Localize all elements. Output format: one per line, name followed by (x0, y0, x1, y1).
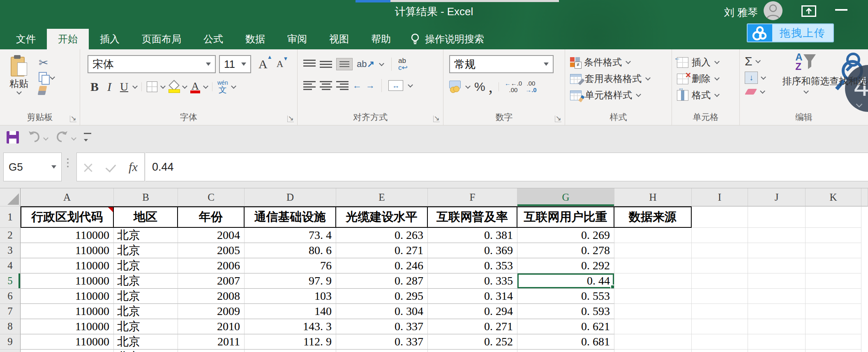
cell-I3[interactable] (692, 243, 748, 258)
cell-F9[interactable]: 0. 252 (428, 334, 517, 350)
cell-J8[interactable] (748, 319, 806, 334)
cell-F2[interactable]: 0. 381 (428, 228, 517, 243)
tab-review[interactable]: 审阅 (276, 29, 318, 49)
cell-D9[interactable]: 112. 9 (245, 334, 336, 350)
minimize-button[interactable] (835, 9, 847, 11)
font-dialog-launcher[interactable]: ↘ (287, 116, 294, 122)
cell-I5[interactable] (692, 273, 748, 289)
number-dialog-launcher[interactable]: ↘ (555, 116, 561, 122)
cell-G7[interactable]: 0. 593 (517, 304, 614, 319)
phonetic-guide-button[interactable]: wén 文 (217, 80, 228, 94)
cell-A5[interactable]: 110000 (21, 273, 114, 289)
cell-G5[interactable]: 0. 44 (517, 273, 614, 289)
avatar[interactable] (764, 1, 783, 20)
cell-E2[interactable]: 0. 263 (336, 228, 428, 243)
column-header-D[interactable]: D (245, 188, 336, 206)
row-header-9[interactable]: 9 (0, 334, 21, 350)
header-cell-A1[interactable]: 行政区划代码 (21, 206, 114, 228)
header-cell-E1[interactable]: 光缆建设水平 (336, 206, 428, 228)
wrap-text-button[interactable]: ab c↩ (398, 57, 408, 71)
cell-F5[interactable]: 0. 335 (428, 273, 517, 289)
cell-F10[interactable]: 0. 228 (428, 350, 517, 352)
redo-button[interactable] (55, 130, 69, 143)
cell-J6[interactable] (748, 289, 806, 304)
borders-button[interactable] (147, 81, 157, 92)
redo-dropdown-icon[interactable] (71, 135, 76, 141)
underline-button[interactable]: U (117, 80, 131, 93)
column-header-B[interactable]: B (114, 188, 178, 206)
autosum-button[interactable]: Σ (745, 54, 766, 68)
cell-D10[interactable]: 111. 5 (245, 350, 336, 352)
cell-A3[interactable]: 110000 (21, 243, 114, 258)
cell-K9[interactable] (806, 334, 861, 350)
cell-C8[interactable]: 2010 (178, 319, 245, 334)
decrease-indent-button[interactable]: ← (353, 80, 362, 91)
cell-F3[interactable]: 0. 369 (428, 243, 517, 258)
header-cell-C1[interactable]: 年份 (178, 206, 245, 228)
borders-dropdown-icon[interactable] (160, 83, 166, 89)
cell-J9[interactable] (748, 334, 806, 350)
paste-button[interactable]: 粘贴 (6, 55, 32, 95)
align-middle-button[interactable] (320, 59, 332, 69)
cell-C10[interactable]: 2012 (178, 350, 245, 352)
cell-H9[interactable] (614, 334, 692, 350)
align-right-button[interactable] (336, 80, 349, 91)
cell-B7[interactable]: 北京 (114, 304, 178, 319)
column-header-F[interactable]: F (428, 188, 517, 206)
row-header-5[interactable]: 5 (0, 273, 21, 289)
row-header-3[interactable]: 3 (0, 243, 21, 258)
cell-D8[interactable]: 143. 3 (245, 319, 336, 334)
font-size-combo[interactable]: 11 (219, 55, 251, 73)
cell-G9[interactable]: 0. 681 (517, 334, 614, 350)
cell-J10[interactable] (748, 350, 806, 352)
fill-button[interactable]: ↓ (745, 72, 766, 84)
cell-H4[interactable] (614, 258, 692, 273)
ribbon-display-options-icon[interactable] (801, 5, 816, 17)
accounting-format-button[interactable] (449, 81, 462, 93)
header-cell-D1[interactable]: 通信基础设施 (245, 206, 336, 228)
formula-bar-input[interactable]: 0.44 (145, 153, 868, 181)
row-header-8[interactable]: 8 (0, 319, 21, 334)
cell-H5[interactable] (614, 273, 692, 289)
increase-font-button[interactable]: A▲ (259, 57, 268, 71)
tab-file[interactable]: 文件 (5, 29, 47, 49)
tab-formulas[interactable]: 公式 (192, 29, 234, 49)
cell-G10[interactable]: 0. 702 (517, 350, 614, 352)
delete-cells-button[interactable]: ✕ 删除 (677, 72, 739, 85)
cell-E10[interactable]: 0. 337 (336, 350, 428, 352)
increase-decimal-button[interactable]: ←←.0 .00 (505, 80, 522, 94)
cell-I8[interactable] (692, 319, 748, 334)
cell-K6[interactable] (806, 289, 861, 304)
fill-color-dropdown-icon[interactable] (182, 83, 187, 89)
cell-K2[interactable] (806, 228, 861, 243)
font-size-dropdown-icon[interactable] (241, 63, 246, 66)
row-header-6[interactable]: 6 (0, 289, 21, 304)
cell-K7[interactable] (806, 304, 861, 319)
cell-A10[interactable]: 110000 (21, 350, 114, 352)
cell-C7[interactable]: 2009 (178, 304, 245, 319)
format-as-table-button[interactable]: 套用表格格式 (570, 72, 672, 85)
cell-I4[interactable] (692, 258, 748, 273)
cell-C4[interactable]: 2006 (178, 258, 245, 273)
cell-I1[interactable] (692, 206, 748, 228)
cell-A2[interactable]: 110000 (21, 228, 114, 243)
underline-dropdown-icon[interactable] (132, 83, 138, 89)
column-header-K[interactable]: K (806, 188, 861, 206)
cell-I10[interactable] (692, 350, 748, 352)
fill-handle[interactable] (610, 285, 614, 289)
cell-B8[interactable]: 北京 (114, 319, 178, 334)
cell-K5[interactable] (806, 273, 861, 289)
undo-dropdown-icon[interactable] (43, 135, 48, 141)
cut-button[interactable]: ✂ (39, 56, 55, 69)
font-color-dropdown-icon[interactable] (203, 83, 208, 89)
cell-E8[interactable]: 0. 337 (336, 319, 428, 334)
cell-B5[interactable]: 北京 (114, 273, 178, 289)
find-select-button[interactable]: 查找和选择 (837, 53, 868, 88)
cell-E4[interactable]: 0. 246 (336, 258, 428, 273)
header-cell-F1[interactable]: 互联网普及率 (428, 206, 517, 228)
accounting-dropdown-icon[interactable] (465, 83, 471, 89)
cell-G6[interactable]: 0. 553 (517, 289, 614, 304)
formula-bar-resize-handle[interactable] (67, 158, 69, 167)
cell-C5[interactable]: 2007 (178, 273, 245, 289)
cell-styles-button[interactable]: 单元格样式 (570, 89, 672, 102)
